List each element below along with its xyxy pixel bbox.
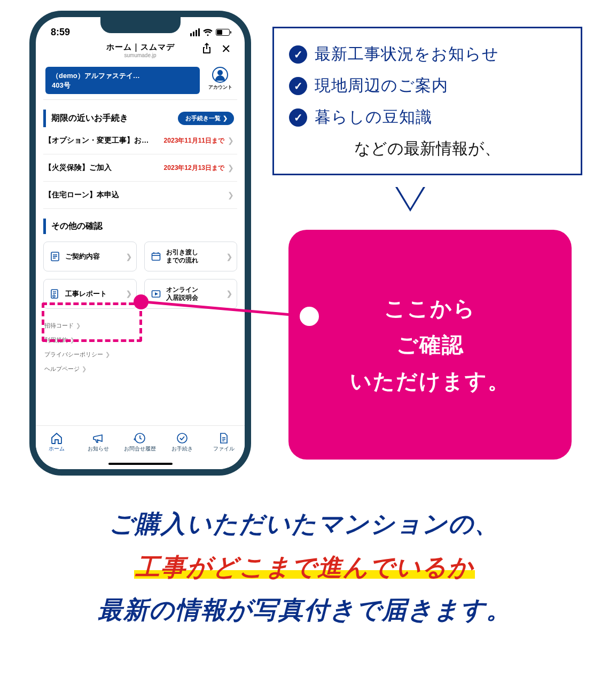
callout-item: ✓ 現地周辺のご案内 [289, 75, 566, 97]
todo-deadline: 2023年12月13日まで [164, 164, 224, 173]
account-label: アカウント [205, 84, 235, 91]
tab-procedures[interactable]: お手続き [161, 431, 203, 453]
battery-icon [216, 29, 230, 36]
todo-list-all-label: お手続き一覧 [185, 114, 221, 122]
chevron-right-icon: ❯ [227, 253, 232, 261]
wifi-icon [203, 29, 213, 36]
calendar-icon [150, 251, 162, 262]
todo-item[interactable]: 【オプション・変更工事】お… 2023年11月11日まで ❯ [43, 127, 237, 154]
section-todos-title: 期限の近いお手続き [51, 113, 128, 124]
chevron-right-icon: ❯ [223, 115, 228, 122]
tab-label: ホーム [36, 445, 77, 453]
bottom-line-2-text: 工事がどこまで進んでいるか [134, 553, 475, 581]
phone-notch [100, 17, 181, 33]
property-chip[interactable]: （demo）アルファステイ… 403号 [45, 67, 200, 94]
connector-dot-start [134, 294, 149, 309]
footer-link-label: プライバシーポリシー [44, 351, 103, 357]
svg-marker-13 [155, 292, 158, 295]
tab-label: お手続き [161, 445, 203, 453]
share-icon[interactable] [202, 42, 212, 54]
footer-link[interactable]: 利用規約❯ [44, 333, 236, 347]
svg-rect-4 [152, 253, 160, 260]
account-icon [212, 67, 228, 83]
tab-bar: ホーム お知らせ お問合せ履歴 お手続き ファイル [36, 425, 245, 469]
grid-btn-handover-flow[interactable]: お引き渡し までの流れ ❯ [144, 242, 238, 271]
check-icon: ✓ [289, 77, 307, 95]
footer-link-label: 招待コード [44, 322, 74, 329]
grid-btn-label: 工事レポート [65, 290, 122, 298]
browser-title: ホーム｜スムマデ [36, 42, 245, 52]
chevron-right-icon: ❯ [105, 351, 110, 357]
browser-header: ホーム｜スムマデ sumumade.jp ✕ [36, 40, 245, 64]
chevron-right-icon: ❯ [228, 164, 234, 172]
file-icon [203, 431, 245, 445]
callout-tail: などの最新情報が、 [289, 138, 566, 160]
check-icon: ✓ [289, 108, 307, 127]
connector-dot-end [296, 304, 322, 329]
chevron-right-icon: ❯ [126, 290, 132, 298]
footer-link-label: 利用規約 [44, 337, 68, 343]
todo-list-all-button[interactable]: お手続き一覧 ❯ [178, 112, 234, 125]
tab-news[interactable]: お知らせ [77, 431, 119, 453]
callout-item: ✓ 暮らしの豆知識 [289, 106, 566, 128]
callout-arrow-inner [397, 187, 423, 208]
chevron-right-icon: ❯ [126, 253, 132, 261]
status-time: 8:59 [51, 27, 70, 38]
todo-title: 【住宅ローン】本申込 [44, 190, 224, 200]
bottom-line-1: ご購入いただいたマンションの、 [0, 502, 609, 546]
callout-box: ✓ 最新工事状況をお知らせ ✓ 現地周辺のご案内 ✓ 暮らしの豆知識 などの最新… [272, 27, 582, 175]
home-icon [36, 431, 77, 445]
history-icon [119, 431, 161, 445]
grid-btn-label: ご契約内容 [65, 252, 122, 261]
phone-frame: 8:59 ホーム｜スムマデ sumumade.jp ✕ （demo）アルファステ… [29, 11, 251, 476]
callout-text: 現地周辺のご案内 [315, 75, 448, 97]
home-indicator [108, 463, 173, 465]
document-icon [49, 251, 61, 262]
account-button[interactable]: アカウント [205, 67, 235, 91]
svg-point-15 [177, 433, 187, 443]
grid-btn-label: お引き渡し までの流れ [166, 248, 223, 265]
todo-title: 【オプション・変更工事】お… [44, 136, 164, 145]
phone-screen: 8:59 ホーム｜スムマデ sumumade.jp ✕ （demo）アルファステ… [36, 17, 245, 469]
grid-btn-construction-report[interactable]: 工事レポート ❯ [43, 279, 137, 309]
chevron-right-icon: ❯ [228, 191, 234, 199]
bottom-line-3: 最新の情報が写真付きで届きます。 [0, 588, 609, 632]
bottom-line-2: 工事がどこまで進んでいるか [0, 546, 609, 589]
grid-btn-contract[interactable]: ご契約内容 ❯ [43, 242, 137, 271]
pink-card-line: ここから [350, 290, 510, 326]
play-icon [150, 288, 162, 300]
tab-label: お知らせ [77, 445, 119, 453]
check-icon: ✓ [289, 45, 307, 64]
property-chip-line2: 403号 [52, 81, 193, 90]
section-todos: 期限の近いお手続き お手続き一覧 ❯ 【オプション・変更工事】お… 2023年1… [43, 110, 237, 209]
svg-point-9 [53, 295, 55, 297]
todo-title: 【火災保険】ご加入 [44, 163, 164, 173]
callout-text: 最新工事状況をお知らせ [315, 43, 499, 65]
pink-card: ここから ご確認 いただけます。 [288, 230, 572, 460]
tab-home[interactable]: ホーム [36, 431, 77, 453]
footer-link[interactable]: 招待コード❯ [44, 318, 236, 333]
megaphone-icon [77, 431, 119, 445]
chevron-right-icon: ❯ [227, 290, 232, 298]
todo-deadline: 2023年11月11日まで [164, 136, 224, 145]
status-icons [190, 28, 230, 36]
footer-link-label: ヘルプページ [44, 365, 80, 372]
grid-btn-label: オンライン 入居説明会 [166, 286, 223, 302]
chevron-right-icon: ❯ [76, 322, 81, 329]
tab-inquiries[interactable]: お問合せ履歴 [119, 431, 161, 453]
todo-item[interactable]: 【火災保険】ご加入 2023年12月13日まで ❯ [43, 154, 237, 182]
bottom-copy: ご購入いただいたマンションの、 工事がどこまで進んでいるか 最新の情報が写真付き… [0, 502, 609, 632]
chevron-right-icon: ❯ [228, 136, 234, 145]
close-icon[interactable]: ✕ [221, 42, 231, 56]
section-other-title: その他の確認 [51, 221, 103, 232]
tab-label: お問合せ履歴 [119, 445, 161, 453]
callout-text: 暮らしの豆知識 [315, 106, 432, 128]
tab-files[interactable]: ファイル [203, 431, 245, 453]
todo-item[interactable]: 【住宅ローン】本申込 ❯ [43, 182, 237, 209]
pink-card-line: いただけます。 [350, 363, 510, 399]
footer-links: 招待コード❯ 利用規約❯ プライバシーポリシー❯ ヘルプページ❯ [44, 318, 236, 376]
footer-link[interactable]: プライバシーポリシー❯ [44, 347, 236, 362]
footer-link[interactable]: ヘルプページ❯ [44, 362, 236, 376]
report-icon [49, 288, 61, 300]
pink-card-line: ご確認 [350, 326, 510, 363]
